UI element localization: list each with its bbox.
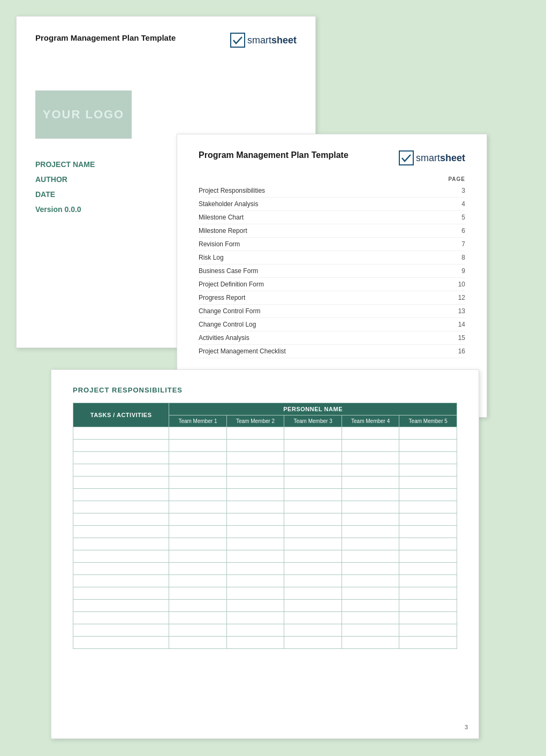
toc-item-name: Project Management Checklist: [199, 347, 449, 355]
member-cell: [342, 489, 399, 501]
member-cell: [169, 612, 227, 624]
toc-item-name: Risk Log: [199, 254, 449, 261]
toc-item-name: Activities Analysis: [199, 334, 449, 342]
resp-table-body: [73, 427, 457, 649]
member3-header: Team Member 3: [284, 415, 342, 427]
tasks-cell: [73, 575, 169, 587]
tasks-cell: [73, 563, 169, 575]
toc-item-page: 5: [449, 214, 465, 221]
member-cell: [226, 637, 284, 649]
member-cell: [284, 464, 342, 477]
member-cell: [226, 587, 284, 600]
member-cell: [169, 489, 227, 501]
member-cell: [226, 440, 284, 452]
member-cell: [226, 477, 284, 489]
table-row: [73, 550, 457, 563]
toc-item-page: 7: [449, 240, 465, 248]
member-cell: [342, 427, 399, 440]
member-cell: [226, 427, 284, 440]
member-cell: [226, 501, 284, 513]
toc-header: Program Management Plan Template smartsh…: [199, 150, 465, 165]
toc-item-page: 12: [449, 294, 465, 301]
member-cell: [342, 550, 399, 563]
member-cell: [342, 477, 399, 489]
logo-placeholder: YOUR LOGO: [35, 90, 132, 139]
member-cell: [399, 501, 457, 513]
member-cell: [342, 575, 399, 587]
toc-item-page: 13: [449, 307, 465, 315]
table-row: [73, 440, 457, 452]
member-cell: [169, 587, 227, 600]
table-row: [73, 464, 457, 477]
toc-row: Revision Form 7: [199, 238, 465, 251]
member-cell: [342, 513, 399, 526]
member-cell: [169, 526, 227, 538]
toc-item-name: Change Control Form: [199, 307, 449, 315]
tasks-cell: [73, 440, 169, 452]
toc-title: Program Management Plan Template: [199, 150, 348, 160]
member-cell: [284, 513, 342, 526]
member-cell: [169, 440, 227, 452]
member-cell: [226, 575, 284, 587]
toc-item-name: Business Case Form: [199, 267, 449, 275]
toc-item-name: Progress Report: [199, 294, 449, 301]
member-cell: [342, 501, 399, 513]
member-cell: [226, 489, 284, 501]
tasks-header: TASKS / ACTIVITIES: [73, 403, 169, 427]
member-cell: [226, 538, 284, 550]
member-cell: [169, 501, 227, 513]
tasks-cell: [73, 452, 169, 464]
member-cell: [226, 526, 284, 538]
toc-row: Project Definition Form 10: [199, 278, 465, 291]
member-cell: [342, 464, 399, 477]
toc-row: Project Responsibilities 3: [199, 184, 465, 198]
toc-col-header: PAGE: [199, 176, 465, 182]
smartsheet-logo: smartsheet: [230, 33, 297, 48]
member-cell: [284, 624, 342, 637]
member-cell: [399, 624, 457, 637]
member-cell: [284, 489, 342, 501]
svg-rect-0: [231, 33, 245, 47]
toc-row: Risk Log 8: [199, 251, 465, 264]
member-cell: [284, 550, 342, 563]
toc-row: Business Case Form 9: [199, 264, 465, 278]
cover-header: Program Management Plan Template smartsh…: [35, 33, 297, 48]
tasks-cell: [73, 464, 169, 477]
member-cell: [169, 513, 227, 526]
member-cell: [169, 452, 227, 464]
member-cell: [342, 563, 399, 575]
member-cell: [342, 538, 399, 550]
member-cell: [399, 464, 457, 477]
member-cell: [284, 637, 342, 649]
toc-item-page: 3: [449, 187, 465, 194]
table-row: [73, 624, 457, 637]
resp-title: PROJECT RESPONSIBILITES: [73, 386, 457, 394]
tasks-cell: [73, 612, 169, 624]
member-cell: [342, 624, 399, 637]
table-row: [73, 587, 457, 600]
table-row: [73, 575, 457, 587]
member-cell: [342, 612, 399, 624]
member-cell: [284, 587, 342, 600]
logo-text-toc: smartsheet: [416, 153, 465, 164]
member-cell: [399, 440, 457, 452]
member-cell: [284, 427, 342, 440]
tasks-cell: [73, 489, 169, 501]
member-cell: [226, 624, 284, 637]
tasks-cell: [73, 637, 169, 649]
toc-item-page: 6: [449, 227, 465, 235]
member-cell: [399, 550, 457, 563]
toc-item-page: 10: [449, 281, 465, 288]
member-cell: [399, 477, 457, 489]
resp-page-number: 3: [465, 724, 468, 730]
tasks-cell: [73, 600, 169, 612]
member-cell: [399, 538, 457, 550]
table-row: [73, 538, 457, 550]
toc-item-name: Change Control Log: [199, 321, 449, 328]
member-cell: [284, 526, 342, 538]
toc-row: Change Control Form 13: [199, 305, 465, 318]
member-cell: [169, 477, 227, 489]
member-cell: [284, 452, 342, 464]
table-row: [73, 489, 457, 501]
toc-item-name: Project Definition Form: [199, 281, 449, 288]
